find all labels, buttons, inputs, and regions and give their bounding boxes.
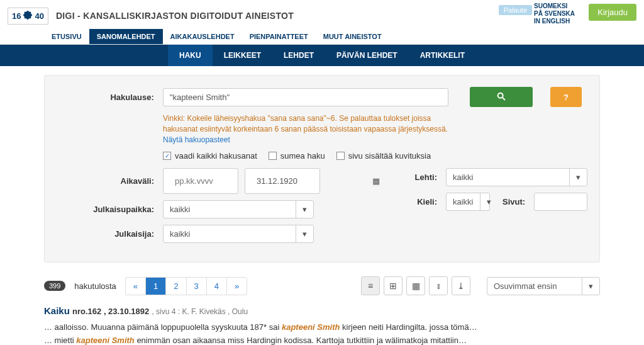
nav-paivan-lehdet[interactable]: PÄIVÄN LEHDET [325, 45, 409, 66]
chevron-down-icon: ▾ [582, 278, 599, 295]
svg-line-1 [502, 98, 505, 100]
snippet-line: … mietti kapteeni Smith enimmän osan aik… [44, 334, 600, 345]
export-icon: ⤓ [457, 281, 465, 291]
feedback-button[interactable]: Palaute [499, 5, 532, 15]
logo[interactable]: 16 40 [8, 8, 48, 25]
label-lang: Kieli: [339, 197, 440, 206]
check-fuzzy[interactable]: sumea haku [269, 151, 325, 161]
nav-haku[interactable]: HAKU [168, 45, 213, 66]
tab-etusivu[interactable]: ETUSIVU [44, 29, 89, 44]
tab-aikakauslehdet[interactable]: AIKAKAUSLEHDET [163, 29, 242, 44]
chevron-down-icon: ▾ [296, 225, 313, 242]
login-button[interactable]: Kirjaudu [589, 4, 636, 21]
journal-select[interactable]: kaikki ▾ [446, 168, 587, 186]
chart-icon: ⫾ [436, 281, 441, 291]
search-result: Kaiku nro.162 , 23.10.1892 , sivu 4 : K.… [0, 299, 644, 345]
checkbox-icon [336, 152, 345, 160]
result-snippets: … aalloisso. Muuanna päimänä loppupuolel… [44, 321, 600, 345]
language-switcher[interactable]: SUOMEKSI PÅ SVENSKA IN ENGLISH [534, 3, 575, 25]
grid-icon: ▦ [412, 281, 420, 291]
page-2[interactable]: 2 [166, 278, 186, 295]
search-hint: Vinkki: Kokeile läheisyyshakua "sana san… [163, 113, 465, 145]
sub-nav: HAKU LEIKKEET LEHDET PÄIVÄN LEHDET ARTIK… [0, 45, 644, 66]
lang-en[interactable]: IN ENGLISH [534, 18, 575, 25]
tab-sanomalehdet[interactable]: SANOMALEHDET [89, 29, 163, 44]
label-query: Hakulause: [56, 93, 157, 102]
check-illustrated[interactable]: sivu sisältää kuvituksia [336, 151, 431, 161]
label-place: Julkaisupaikka: [56, 205, 157, 214]
nav-leikkeet[interactable]: LEIKKEET [213, 45, 272, 66]
chevron-down-icon: ▾ [296, 201, 313, 218]
tab-muut-aineistot[interactable]: MUUT AINEISTOT [316, 29, 389, 44]
view-detail-button[interactable]: ⊞ [384, 276, 402, 295]
place-select[interactable]: kaikki ▾ [163, 200, 314, 218]
detail-icon: ⊞ [389, 281, 397, 291]
page-1[interactable]: 1 [146, 278, 166, 295]
view-export-button[interactable]: ⤓ [452, 276, 470, 295]
help-icon: ? [564, 93, 569, 102]
tab-pienpainatteet[interactable]: PIENPAINATTEET [242, 29, 316, 44]
pages-input[interactable] [534, 193, 587, 211]
label-time: Aikaväli: [56, 176, 157, 186]
nav-artikkelit[interactable]: ARTIKKELIT [409, 45, 476, 66]
view-grid-button[interactable]: ▦ [406, 276, 425, 295]
search-button[interactable] [470, 87, 533, 107]
checkbox-icon [269, 152, 277, 160]
page-4[interactable]: 4 [207, 278, 227, 295]
result-count-badge: 399 [44, 281, 65, 291]
primary-tabs: ETUSIVU SANOMALEHDET AIKAKAUSLEHDET PIEN… [0, 29, 644, 45]
result-count-label: hakutulosta [74, 281, 116, 291]
logo-year-2: 40 [35, 11, 43, 21]
page-prev[interactable]: « [126, 278, 146, 295]
help-button[interactable]: ? [550, 87, 582, 107]
checkbox-icon: ✓ [163, 152, 171, 160]
page-next[interactable]: » [227, 278, 247, 295]
search-icon [496, 91, 506, 103]
site-title: DIGI - KANSALLISKIRJASTON DIGITOIDUT AIN… [56, 11, 294, 21]
publisher-select[interactable]: kaikki ▾ [163, 225, 314, 243]
nav-lehdet[interactable]: LEHDET [272, 45, 325, 66]
view-chart-button[interactable]: ⫾ [429, 276, 448, 295]
svg-point-0 [498, 93, 503, 98]
lang-sv[interactable]: PÅ SVENSKA [534, 10, 575, 18]
pagination: « 1 2 3 4 » [125, 277, 247, 295]
label-pages: Sivut: [502, 197, 528, 206]
snippet-line: … aalloisso. Muuanna päimänä loppupuolel… [44, 321, 600, 334]
search-panel: Hakulause: ? Vinkki: Kokeile läheisyysha… [44, 75, 600, 263]
list-icon: ≡ [368, 281, 373, 291]
check-require-all[interactable]: ✓vaadi kaikki hakusanat [163, 151, 257, 161]
hint-link[interactable]: Näytä hakuopasteet [163, 135, 230, 144]
logo-year: 16 [12, 11, 21, 21]
page-3[interactable]: 3 [187, 278, 207, 295]
search-input[interactable] [163, 88, 448, 106]
chevron-down-icon: ▾ [480, 193, 497, 210]
lang-select[interactable]: kaikki ▾ [446, 193, 490, 211]
view-list-button[interactable]: ≡ [361, 276, 380, 295]
result-heading[interactable]: Kaiku nro.162 , 23.10.1892 , sivu 4 : K.… [44, 305, 600, 316]
lang-fi[interactable]: SUOMEKSI [534, 3, 575, 10]
date-to[interactable]: ▦ [245, 168, 320, 194]
label-publisher: Julkaisija: [56, 229, 157, 239]
logo-crest-icon [22, 9, 33, 23]
date-from[interactable]: ▦ [163, 168, 238, 194]
label-journal: Lehti: [339, 172, 440, 182]
chevron-down-icon: ▾ [569, 169, 587, 186]
sort-select[interactable]: Osuvimmat ensin ▾ [487, 277, 600, 295]
